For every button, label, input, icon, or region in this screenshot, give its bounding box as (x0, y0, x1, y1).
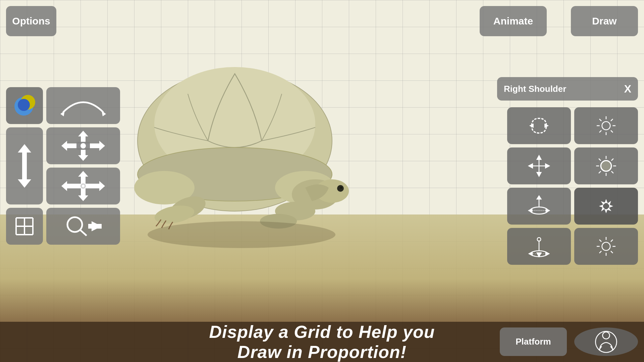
svg-rect-69 (22, 153, 27, 179)
tortoise-model (94, 27, 396, 261)
svg-marker-50 (537, 253, 541, 256)
left-mid-area (6, 127, 120, 204)
animate-label: Animate (493, 15, 533, 27)
up-down-button[interactable] (6, 127, 43, 204)
svg-marker-68 (18, 144, 31, 153)
platform-label: Platform (516, 337, 551, 347)
svg-marker-27 (537, 172, 541, 176)
svg-line-22 (611, 130, 613, 132)
orbit-rotate-button[interactable] (507, 107, 571, 144)
right-shoulder-panel: Right Shoulder X (497, 77, 638, 101)
svg-point-100 (596, 331, 617, 352)
svg-marker-73 (61, 141, 67, 151)
bottom-message: Display a Grid to Help you Draw in Propo… (209, 322, 435, 362)
left-bot-row (6, 208, 120, 245)
svg-line-23 (611, 119, 613, 121)
svg-marker-29 (529, 164, 532, 168)
sun-bright-2-button[interactable] (574, 147, 638, 184)
svg-marker-67 (60, 111, 65, 116)
svg-marker-53 (546, 252, 549, 256)
svg-marker-15 (530, 124, 533, 127)
right-panel (507, 107, 638, 265)
pan-button[interactable] (507, 188, 571, 225)
svg-line-39 (599, 171, 601, 173)
svg-marker-14 (545, 124, 548, 127)
sun-bright-1-button[interactable] (574, 107, 638, 144)
four-way-move-button[interactable] (46, 127, 120, 164)
svg-point-78 (80, 143, 86, 148)
svg-line-61 (611, 240, 613, 242)
svg-line-36 (599, 159, 601, 161)
svg-line-24 (599, 130, 601, 132)
svg-point-16 (602, 122, 610, 130)
svg-marker-79 (78, 171, 88, 177)
sun-bright-3-button[interactable] (574, 228, 638, 265)
grid-button[interactable] (6, 208, 43, 245)
color-orb-button[interactable] (6, 87, 43, 124)
svg-marker-66 (102, 111, 106, 116)
vertical-move-button[interactable] (507, 147, 571, 184)
svg-line-37 (611, 171, 613, 173)
options-label: Options (12, 15, 50, 27)
svg-line-60 (611, 251, 613, 253)
draw-button[interactable]: Draw (571, 6, 638, 36)
right-shoulder-close[interactable]: X (624, 83, 631, 95)
svg-point-86 (82, 185, 85, 187)
svg-point-97 (603, 332, 610, 339)
options-button[interactable]: Options (6, 6, 56, 36)
svg-marker-80 (78, 195, 88, 201)
bottom-line1: Display a Grid to Help you (209, 322, 435, 342)
svg-line-94 (80, 230, 87, 236)
svg-point-31 (601, 161, 611, 171)
svg-line-21 (599, 119, 601, 121)
svg-line-62 (599, 251, 601, 253)
rotate-button[interactable] (46, 87, 120, 124)
draw-label: Draw (592, 15, 616, 27)
pivot-move-button[interactable] (46, 168, 120, 204)
svg-point-65 (18, 99, 30, 111)
svg-point-8 (340, 187, 342, 189)
anchor-down-button[interactable] (507, 228, 571, 265)
avatar-button[interactable] (574, 327, 638, 356)
svg-marker-71 (78, 131, 88, 136)
bottom-line2: Draw in Proportion! (237, 342, 407, 362)
svg-marker-81 (61, 181, 67, 191)
right-shoulder-label: Right Shoulder (504, 84, 566, 94)
svg-line-59 (599, 240, 601, 242)
svg-line-38 (611, 159, 613, 161)
svg-marker-42 (537, 196, 541, 199)
svg-marker-72 (78, 155, 88, 161)
svg-marker-26 (537, 156, 541, 159)
svg-rect-96 (88, 224, 102, 229)
svg-point-93 (67, 217, 82, 232)
svg-marker-70 (18, 179, 31, 188)
svg-marker-45 (546, 209, 549, 213)
svg-marker-82 (99, 181, 105, 191)
svg-marker-30 (545, 164, 549, 168)
move-col (46, 127, 120, 204)
svg-marker-44 (529, 209, 532, 213)
svg-marker-52 (529, 252, 532, 256)
svg-marker-74 (99, 141, 105, 151)
left-top-row (6, 87, 120, 124)
gear-button[interactable] (574, 188, 638, 225)
svg-point-54 (602, 242, 610, 251)
platform-button[interactable]: Platform (500, 327, 567, 356)
search-button[interactable] (46, 208, 120, 245)
animate-button[interactable]: Animate (480, 6, 547, 36)
svg-point-13 (148, 221, 335, 248)
